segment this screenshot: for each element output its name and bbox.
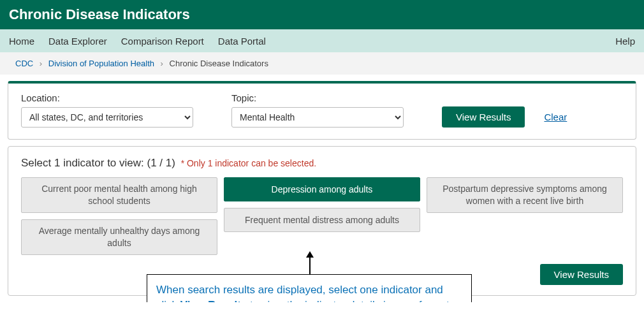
annotation-callout: When search results are displayed, selec…: [147, 274, 472, 302]
breadcrumb-link[interactable]: CDC: [15, 59, 33, 68]
topic-select[interactable]: Mental Health: [231, 107, 404, 128]
indicator-chip[interactable]: Postpartum depressive symptoms among wom…: [427, 177, 623, 213]
breadcrumb-current: Chronic Disease Indicators: [170, 59, 268, 68]
page-title: Chronic Disease Indicators: [0, 0, 644, 29]
location-label: Location:: [21, 92, 193, 103]
indicator-chip[interactable]: Frequent mental distress among adults: [224, 208, 420, 232]
view-results-button-bottom[interactable]: View Results: [540, 264, 623, 285]
indicator-note: * Only 1 indicator can be selected.: [181, 158, 316, 168]
nav-data-portal[interactable]: Data Portal: [218, 36, 266, 47]
filter-panel: Location: All states, DC, and territorie…: [8, 81, 636, 140]
indicator-chip-selected[interactable]: Depression among adults: [224, 177, 420, 201]
callout-text: to view the indicator details in map for…: [247, 299, 452, 302]
breadcrumb-link[interactable]: Division of Population Health: [48, 59, 154, 68]
breadcrumb: CDC › Division of Population Health › Ch…: [0, 52, 644, 75]
indicator-heading: Select 1 indicator to view: (1 / 1) * On…: [21, 157, 623, 170]
location-select[interactable]: All states, DC, and territories: [21, 107, 193, 128]
callout-bold: View Results: [180, 299, 247, 302]
chevron-right-icon: ›: [161, 59, 163, 68]
view-results-button[interactable]: View Results: [442, 106, 525, 128]
indicator-chip[interactable]: Average mentally unhealthy days among ad…: [21, 219, 217, 255]
nav-help[interactable]: Help: [615, 36, 635, 47]
nav-home[interactable]: Home: [9, 36, 34, 47]
indicator-chip[interactable]: Current poor mental health among high sc…: [21, 177, 217, 213]
chevron-right-icon: ›: [40, 59, 42, 68]
nav-data-explorer[interactable]: Data Explorer: [48, 36, 107, 47]
indicator-counter: (1 / 1): [147, 157, 175, 169]
nav-comparison-report[interactable]: Comparison Report: [121, 36, 204, 47]
topic-label: Topic:: [231, 92, 404, 103]
main-nav: Home Data Explorer Comparison Report Dat…: [0, 29, 644, 52]
indicator-heading-text: Select 1 indicator to view:: [21, 157, 144, 169]
indicator-panel: Select 1 indicator to view: (1 / 1) * On…: [8, 146, 636, 296]
clear-link[interactable]: Clear: [544, 112, 567, 122]
